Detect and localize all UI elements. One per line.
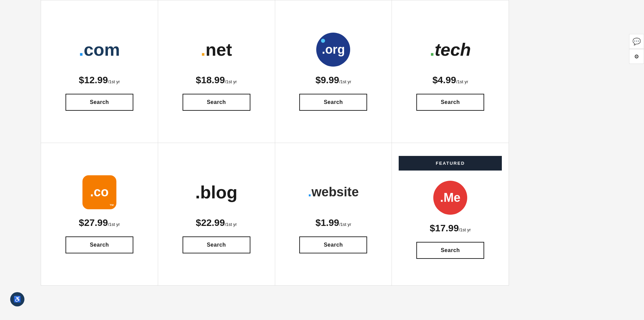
org-logo-text: .org [322,42,345,57]
blog-logo-text: .blog [195,182,238,202]
domain-card-co: .co TM $27.99/1st yr Search [41,143,158,286]
me-price-container: $17.99/1st yr [430,223,471,234]
net-period: /1st yr [225,79,237,84]
tech-period: /1st yr [456,79,468,84]
tech-price-container: $4.99/1st yr [432,75,468,86]
co-period: /1st yr [108,222,120,227]
co-price: $27.99 [79,217,108,228]
co-logo: .co TM [82,175,116,209]
com-search-button[interactable]: Search [65,94,133,111]
tech-price: $4.99 [432,75,456,85]
settings-widget-button[interactable]: ⚙ [629,49,644,64]
domain-card-com: .com $12.99/1st yr Search [41,0,158,143]
website-period: /1st yr [339,222,351,227]
website-price-container: $1.99/1st yr [316,217,351,228]
side-widget: 💬 ⚙ [629,34,644,64]
co-logo-text: .co [90,185,109,199]
net-logo-text: .net [201,39,232,60]
website-search-button[interactable]: Search [299,236,367,253]
blog-logo: .blog [195,175,238,209]
org-price: $9.99 [316,75,339,85]
co-trademark: TM [110,203,114,207]
net-search-button[interactable]: Search [183,94,250,111]
co-logo-container: .co TM [82,175,116,209]
me-price: $17.99 [430,223,459,233]
co-search-button[interactable]: Search [65,236,133,253]
domain-card-blog: .blog $22.99/1st yr Search [158,143,275,286]
domain-grid: .com $12.99/1st yr Search .net $18.99/1s… [41,0,509,286]
tech-logo: .tech [430,33,471,67]
me-logo-text: .Me [440,191,460,205]
tech-search-button[interactable]: Search [416,94,484,111]
website-logo: .website [308,175,359,209]
org-logo-dot [321,39,325,43]
org-logo: .org [316,33,350,67]
org-logo-circle: .org [316,33,350,67]
me-period: /1st yr [459,227,471,232]
blog-search-button[interactable]: Search [183,236,250,253]
website-price: $1.99 [316,217,339,228]
co-price-container: $27.99/1st yr [79,217,120,228]
net-price-container: $18.99/1st yr [196,75,237,86]
chat-widget-button[interactable]: 💬 [629,34,644,49]
website-logo-text: .website [308,185,359,199]
domain-card-website: .website $1.99/1st yr Search [275,143,392,286]
org-period: /1st yr [339,79,351,84]
me-search-button[interactable]: Search [416,242,484,259]
org-price-container: $9.99/1st yr [316,75,351,86]
tech-logo-text: .tech [430,39,471,60]
com-price: $12.99 [79,75,108,85]
domain-card-tech: .tech $4.99/1st yr Search [392,0,509,143]
chat-icon: 💬 [632,37,641,46]
settings-icon: ⚙ [634,53,639,60]
com-price-container: $12.99/1st yr [79,75,120,86]
accessibility-icon: ♿ [14,296,21,303]
blog-period: /1st yr [225,222,237,227]
net-price: $18.99 [196,75,225,85]
com-logo: .com [79,33,120,67]
org-search-button[interactable]: Search [299,94,367,111]
main-content: .com $12.99/1st yr Search .net $18.99/1s… [41,0,509,286]
me-logo: .Me [433,181,467,215]
net-logo: .net [201,33,232,67]
domain-card-me: FEATURED .Me $17.99/1st yr Search [392,143,509,286]
accessibility-button[interactable]: ♿ [10,292,24,306]
blog-price: $22.99 [196,217,225,228]
com-logo-text: .com [79,39,120,60]
featured-banner: FEATURED [399,156,502,171]
blog-price-container: $22.99/1st yr [196,217,237,228]
domain-card-org: .org $9.99/1st yr Search [275,0,392,143]
com-period: /1st yr [108,79,120,84]
domain-card-net: .net $18.99/1st yr Search [158,0,275,143]
me-logo-circle: .Me [433,181,467,215]
